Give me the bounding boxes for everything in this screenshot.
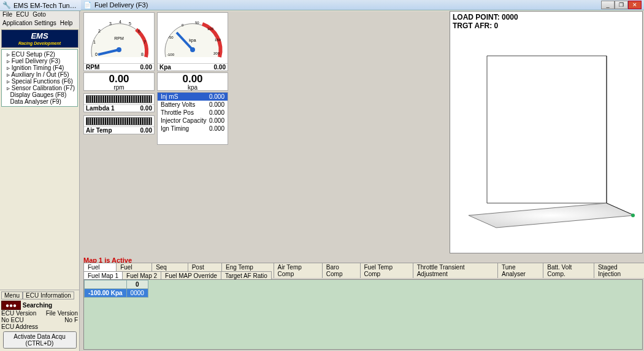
svg-text:-50: -50 [168, 36, 174, 39]
svg-point-13 [190, 47, 195, 52]
rpm-readout: 0.00 rpm [83, 72, 155, 91]
child-restore-button[interactable]: ❐ [615, 1, 628, 9]
tab-tune-analyser[interactable]: Tune Analyser [497, 263, 543, 278]
menu-file[interactable]: File [2, 11, 12, 20]
svg-text:100: 100 [207, 27, 214, 31]
doc-icon: 📄 [83, 1, 92, 9]
svg-text:5: 5 [129, 21, 131, 26]
target-afr-label: TRGT AFR: 0 [453, 21, 498, 30]
tree-display-gauges[interactable]: Display Gauges (F8) [2, 91, 77, 98]
menu-ecu[interactable]: ECU [16, 11, 29, 20]
activate-acqu-button[interactable]: Activate Data Acqu (CTRL+D) [3, 331, 77, 349]
tree-ignition-timing[interactable]: ▹ Ignition Timing (F4) [2, 64, 77, 71]
child-minimize-button[interactable]: _ [601, 1, 615, 9]
readout-ign-timing[interactable]: Ign Timing0.000 [158, 125, 228, 133]
lambda-bar: Lambda 10.00 [83, 93, 155, 112]
svg-text:1: 1 [93, 40, 96, 44]
tree-fuel-delivery[interactable]: ▹ Fuel Delivery (F3) [2, 58, 77, 64]
statustab-ecuinfo[interactable]: ECU Information [23, 291, 74, 299]
kpa-gauge-card: kpa -100-50 050 100150 200 Kpa0.00 [157, 12, 228, 71]
rpm-gauge: RPM 01 23 45 67 8 [86, 14, 152, 62]
airtemp-bar: Air Temp0.00 [83, 115, 155, 134]
tab-staged-injection[interactable]: Staged Injection [594, 263, 644, 278]
svg-text:-100: -100 [167, 53, 175, 56]
child-close-button[interactable]: ✕ [628, 1, 642, 9]
svg-text:2: 2 [98, 29, 101, 33]
tree-special-functions[interactable]: ▹ Special Functions (F6) [2, 78, 77, 85]
tree-data-analyser[interactable]: Data Analyser (F9) [2, 98, 77, 105]
grid-row-header[interactable]: -100.00 Kpa [85, 289, 127, 298]
svg-marker-22 [487, 56, 607, 203]
load-point-label: LOAD POINT: 0000 [453, 13, 518, 21]
child-title: Fuel Delivery (F3) [94, 1, 148, 9]
menu-appsettings[interactable]: Application Settings [2, 20, 56, 28]
svg-text:4: 4 [119, 20, 121, 24]
app-icon: 🔧 [2, 1, 11, 9]
svg-text:kpa: kpa [189, 38, 196, 43]
tab-fuel-map-2[interactable]: Fuel Map 2 [122, 271, 161, 280]
readout-throttle-pos[interactable]: Throttle Pos0.000 [158, 109, 228, 117]
map-3d-plot [450, 31, 640, 246]
svg-text:0: 0 [95, 52, 98, 56]
svg-text:RPM: RPM [114, 36, 124, 40]
readout-inj-ms[interactable]: Inj mS0.000 [158, 93, 228, 101]
fuel-map-grid[interactable]: 0 -100.00 Kpa 0000 [83, 279, 643, 350]
tree-sensor-calibration[interactable]: ▹ Sensor Calibration (F7) [2, 85, 77, 91]
svg-text:7: 7 [144, 40, 146, 44]
tab-baro[interactable]: Baro Comp [322, 263, 361, 278]
svg-marker-23 [469, 203, 634, 228]
logo: EMS Racing Development [1, 29, 79, 48]
readout-table: Inj mS0.000 Battery Volts0.000 Throttle … [157, 92, 228, 145]
tree-aux-io[interactable]: ▹ Auxiliary In / Out (F5) [2, 71, 77, 78]
grid-col-header[interactable]: 0 [126, 280, 148, 289]
svg-text:200: 200 [213, 52, 220, 55]
svg-point-1 [117, 47, 121, 52]
searching-label: Searching [23, 302, 52, 309]
tab-fuel-map-1[interactable]: Fuel Map 1 [83, 271, 123, 280]
tab-fuel-map-override[interactable]: Fuel MAP Override [161, 271, 221, 280]
svg-text:6: 6 [138, 29, 140, 33]
svg-text:50: 50 [195, 21, 199, 25]
kpa-readout: 0.00 kpa [157, 72, 228, 91]
sidebar: File ECU Goto Application Settings Help … [0, 11, 80, 351]
tree-ecu-setup[interactable]: ▹ ECU Setup (F2) [2, 51, 77, 58]
svg-text:3: 3 [109, 21, 112, 26]
app-title: EMS EM-Tech Tun… [13, 2, 77, 9]
svg-text:8: 8 [141, 52, 144, 56]
status-panel: Menu ECU Information ●●● Searching ECU V… [0, 290, 79, 351]
tab-batt-volt[interactable]: Batt. Volt Comp. [543, 263, 594, 278]
menu-goto[interactable]: Goto [33, 11, 46, 20]
tab-fuel-temp[interactable]: Fuel Temp Comp [360, 263, 413, 278]
map-3d-panel[interactable]: LOAD POINT: 0000 TRGT AFR: 0 [450, 11, 643, 253]
nav-tree: ▹ ECU Setup (F2) ▹ Fuel Delivery (F3) ▹ … [1, 49, 78, 107]
kpa-gauge: kpa -100-50 050 100150 200 [159, 14, 226, 62]
tab-target-af[interactable]: Target AF Ratio [221, 271, 272, 280]
tabs-row-2: Fuel Map 1 Fuel Map 2 Fuel MAP Override … [83, 271, 271, 280]
svg-point-26 [631, 214, 635, 217]
search-indicator: ●●● [1, 301, 21, 310]
menu-help[interactable]: Help [60, 20, 73, 28]
rpm-gauge-card: RPM 01 23 45 67 8 RPM0.00 [83, 12, 155, 71]
readout-inj-capacity[interactable]: Injector Capacity0.000 [158, 117, 228, 125]
tab-air-temp[interactable]: Air Temp Comp [274, 263, 323, 278]
grid-cell-0-0[interactable]: 0000 [126, 289, 148, 298]
readout-batt-volts[interactable]: Battery Volts0.000 [158, 101, 228, 109]
svg-text:150: 150 [215, 38, 221, 42]
statustab-menu[interactable]: Menu [1, 291, 23, 299]
tab-throttle-transient[interactable]: Throttle Transient Adjustment [413, 263, 498, 278]
